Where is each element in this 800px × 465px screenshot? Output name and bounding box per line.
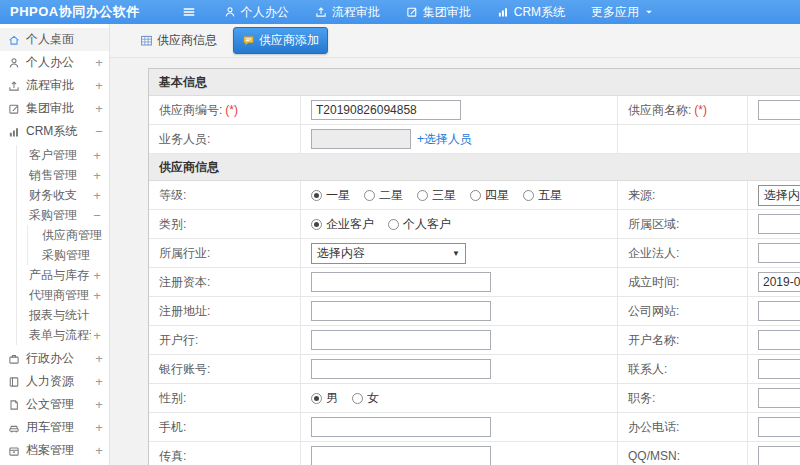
expand-toggle-icon[interactable]: + [91, 328, 103, 343]
text-input[interactable] [758, 301, 800, 321]
field-label-cell [618, 125, 748, 153]
sidebar-item[interactable]: CRM系统− [0, 120, 109, 143]
topnav-item-label: CRM系统 [514, 4, 565, 21]
text-input[interactable] [311, 330, 491, 350]
topnav-item[interactable]: 集团审批 [406, 4, 471, 21]
expand-toggle-icon[interactable]: + [93, 351, 105, 366]
radio-button-icon[interactable] [311, 190, 322, 201]
sidebar-subitem-label: 表单与流程设置 [29, 327, 91, 344]
sidebar-subitem[interactable]: 代理商管理+ [17, 285, 109, 305]
topnav-item[interactable]: 个人办公 [224, 4, 289, 21]
sidebar-item[interactable]: 集团审批+ [0, 97, 109, 120]
expand-toggle-icon[interactable]: + [93, 397, 105, 412]
field-label-cell: 性别: [149, 384, 301, 412]
field-label: 成立时间: [628, 274, 679, 291]
main-content: 供应商信息 供应商添加 基本信息供应商编号:(*)供应商名称:(*)业务人员:+… [110, 24, 800, 465]
text-input[interactable] [758, 359, 800, 379]
text-input[interactable] [311, 446, 491, 465]
text-input[interactable] [758, 214, 800, 234]
radio-option-label: 一星 [326, 187, 350, 204]
expand-toggle-icon[interactable]: + [93, 420, 105, 435]
text-input[interactable] [758, 417, 800, 437]
bubble-icon [242, 34, 255, 47]
sidebar-submenu: 客户管理+销售管理+财务收支+采购管理−供应商管理采购管理产品与库存+代理商管理… [16, 145, 109, 345]
section-header: 供应商信息 [149, 154, 800, 181]
sidebar-item[interactable]: 个人桌面 [0, 28, 109, 51]
field-label: 办公电话: [628, 419, 679, 436]
field-label: 手机: [159, 419, 186, 436]
sidebar-subitem[interactable]: 采购管理− [17, 205, 109, 225]
tab-supplier-info[interactable]: 供应商信息 [132, 28, 225, 53]
radio-option[interactable]: 三星 [417, 187, 456, 204]
sidebar-subitem[interactable]: 产品与库存+ [17, 265, 109, 285]
radio-button-icon[interactable] [311, 393, 322, 404]
sidebar-item[interactable]: 流程审批+ [0, 74, 109, 97]
text-input[interactable] [758, 243, 800, 263]
expand-toggle-icon[interactable]: − [91, 208, 103, 223]
select-input[interactable]: 选择内容▼ [758, 185, 800, 206]
radio-option-label: 三星 [432, 187, 456, 204]
field-input-cell [748, 326, 800, 354]
text-input[interactable] [311, 129, 411, 149]
topnav-item[interactable]: 流程审批 [315, 4, 380, 21]
form-row: 供应商编号:(*)供应商名称:(*) [149, 96, 800, 125]
tab-supplier-add[interactable]: 供应商添加 [233, 27, 328, 54]
expand-toggle-icon[interactable]: + [93, 78, 105, 93]
expand-toggle-icon[interactable]: + [93, 101, 105, 116]
radio-option[interactable]: 四星 [470, 187, 509, 204]
radio-button-icon[interactable] [523, 190, 534, 201]
topnav-item[interactable]: 更多应用 [591, 4, 654, 21]
sidebar-item[interactable]: 人力资源+ [0, 370, 109, 393]
radio-option[interactable]: 企业客户 [311, 216, 374, 233]
sidebar-subitem[interactable]: 表单与流程设置+ [17, 325, 109, 345]
sidebar-item[interactable]: 公文管理+ [0, 393, 109, 416]
radio-button-icon[interactable] [388, 219, 399, 230]
sidebar-subitem[interactable]: 销售管理+ [17, 165, 109, 185]
expand-toggle-icon[interactable]: − [93, 124, 105, 139]
sidebar-item[interactable]: 个人办公+ [0, 51, 109, 74]
text-input[interactable] [758, 388, 800, 408]
sidebar-subitem[interactable]: 财务收支+ [17, 185, 109, 205]
radio-option[interactable]: 个人客户 [388, 216, 451, 233]
sidebar-item[interactable]: 用车管理+ [0, 416, 109, 439]
text-input[interactable] [758, 330, 800, 350]
sidebar-subitem[interactable]: 采购管理 [28, 245, 109, 265]
expand-toggle-icon[interactable]: + [93, 443, 105, 458]
radio-button-icon[interactable] [352, 393, 363, 404]
radio-button-icon[interactable] [364, 190, 375, 201]
sidebar-item[interactable]: 档案管理+ [0, 439, 109, 462]
radio-option[interactable]: 五星 [523, 187, 562, 204]
expand-toggle-icon[interactable]: + [91, 288, 103, 303]
expand-toggle-icon[interactable]: + [91, 188, 103, 203]
text-input[interactable] [311, 417, 491, 437]
sidebar-subitem[interactable]: 客户管理+ [17, 145, 109, 165]
text-input[interactable] [758, 272, 800, 292]
radio-button-icon[interactable] [311, 219, 322, 230]
text-input[interactable] [311, 272, 491, 292]
expand-toggle-icon[interactable]: + [91, 268, 103, 283]
sidebar-subitem[interactable]: 供应商管理 [28, 225, 109, 245]
hamburger-icon[interactable] [182, 5, 196, 19]
expand-toggle-icon[interactable]: + [93, 55, 105, 70]
topnav-item[interactable]: CRM系统 [497, 4, 565, 21]
sidebar-subitem[interactable]: 报表与统计 [17, 305, 109, 325]
radio-option[interactable]: 女 [352, 390, 379, 407]
radio-button-icon[interactable] [417, 190, 428, 201]
expand-toggle-icon[interactable]: + [91, 148, 103, 163]
expand-toggle-icon[interactable]: + [91, 168, 103, 183]
text-input[interactable] [311, 301, 491, 321]
text-input[interactable] [758, 100, 800, 120]
sidebar-item[interactable]: 行政办公+ [0, 347, 109, 370]
sidebar: 个人桌面个人办公+流程审批+集团审批+CRM系统−客户管理+销售管理+财务收支+… [0, 24, 110, 465]
text-input[interactable] [758, 446, 800, 465]
choose-person-link[interactable]: +选择人员 [417, 131, 472, 148]
radio-option[interactable]: 二星 [364, 187, 403, 204]
radio-option-label: 四星 [485, 187, 509, 204]
text-input[interactable] [311, 359, 491, 379]
text-input[interactable] [311, 100, 461, 120]
expand-toggle-icon[interactable]: + [93, 374, 105, 389]
radio-button-icon[interactable] [470, 190, 481, 201]
radio-option[interactable]: 一星 [311, 187, 350, 204]
radio-option[interactable]: 男 [311, 390, 338, 407]
select-input[interactable]: 选择内容▼ [311, 243, 466, 264]
